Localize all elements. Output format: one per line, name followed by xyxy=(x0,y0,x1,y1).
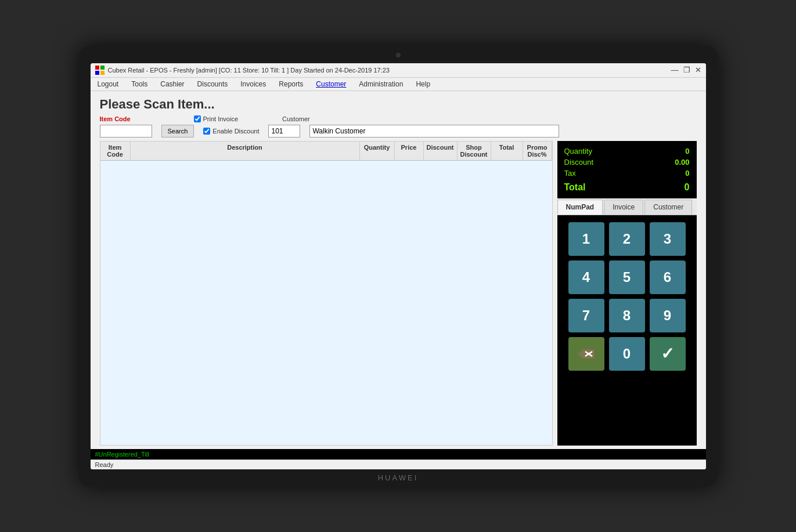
num-btn-9[interactable]: 9 xyxy=(650,299,686,332)
tablet-frame: Cubex Retail - EPOS - Freshly [admin] [C… xyxy=(79,46,718,487)
num-btn-4[interactable]: 4 xyxy=(568,260,604,294)
menu-item-help[interactable]: Help xyxy=(413,79,433,89)
title-bar-controls: — ❐ ✕ xyxy=(671,66,701,74)
minimize-button[interactable]: — xyxy=(671,66,679,74)
page-title: Please Scan Item... xyxy=(91,91,706,115)
tabs-row: NumPad Invoice Customer xyxy=(557,200,697,215)
enable-discount-checkbox[interactable] xyxy=(203,128,210,135)
menu-item-reports[interactable]: Reports xyxy=(276,79,305,89)
main-content: Please Scan Item... Item Code Print Invo… xyxy=(91,91,706,469)
col-item-code: ItemCode xyxy=(100,142,131,160)
numpad-row-2: 4 5 6 xyxy=(563,260,691,294)
print-invoice-checkbox[interactable] xyxy=(194,115,201,122)
num-btn-5[interactable]: 5 xyxy=(609,260,645,294)
status-bar-ready: Ready xyxy=(91,459,706,469)
enable-discount-label: Enable Discount xyxy=(212,128,259,135)
num-btn-8[interactable]: 8 xyxy=(609,299,645,332)
svg-rect-2 xyxy=(95,71,99,75)
svg-rect-0 xyxy=(95,66,99,70)
customer-name-input[interactable] xyxy=(309,125,559,137)
num-btn-3[interactable]: 3 xyxy=(650,222,686,256)
form-area: Item Code Print Invoice Customer Search … xyxy=(91,115,706,137)
col-price: Price xyxy=(395,142,424,160)
numpad-row-1: 1 2 3 xyxy=(563,222,691,256)
title-bar-left: Cubex Retail - EPOS - Freshly [admin] [C… xyxy=(95,66,390,75)
maximize-button[interactable]: ❐ xyxy=(683,66,690,74)
table-body xyxy=(100,161,552,445)
num-btn-1[interactable]: 1 xyxy=(568,222,604,256)
title-bar: Cubex Retail - EPOS - Freshly [admin] [C… xyxy=(91,63,706,78)
svg-rect-1 xyxy=(100,66,105,70)
menu-item-administration[interactable]: Administration xyxy=(356,79,405,89)
num-btn-2[interactable]: 2 xyxy=(609,222,645,256)
menu-item-customer[interactable]: Customer xyxy=(314,79,348,89)
summary-tax-row: Tax 0 xyxy=(564,168,690,179)
col-quantity: Quantity xyxy=(360,142,395,160)
summary-quantity-row: Quantity 0 xyxy=(564,146,690,157)
summary-discount-row: Discount 0.00 xyxy=(564,157,690,168)
menu-item-discounts[interactable]: Discounts xyxy=(195,79,230,89)
customer-id-input[interactable] xyxy=(268,125,300,137)
print-invoice-checkbox-label[interactable]: Print Invoice xyxy=(194,115,239,122)
status-bar-till: #UnRegistered_Till xyxy=(91,449,706,459)
menu-bar: LogoutToolsCashierDiscountsInvoicesRepor… xyxy=(91,78,706,91)
svg-marker-4 xyxy=(578,349,595,359)
camera-dot xyxy=(396,53,401,57)
title-bar-text: Cubex Retail - EPOS - Freshly [admin] [C… xyxy=(108,67,390,74)
brand-text: HUAWEI xyxy=(378,473,419,482)
numpad: 1 2 3 4 5 6 7 8 9 xyxy=(557,215,697,446)
right-panel: Quantity 0 Discount 0.00 Tax 0 Total xyxy=(557,141,697,446)
tablet-screen: Cubex Retail - EPOS - Freshly [admin] [C… xyxy=(91,63,706,469)
col-total: Total xyxy=(491,142,523,160)
tab-numpad[interactable]: NumPad xyxy=(557,200,603,215)
item-code-label: Item Code xyxy=(100,115,141,122)
discount-label: Discount xyxy=(564,158,594,167)
menu-item-logout[interactable]: Logout xyxy=(95,79,121,89)
num-btn-confirm[interactable]: ✓ xyxy=(650,337,686,371)
col-description: Description xyxy=(131,142,360,160)
tax-label: Tax xyxy=(564,169,576,178)
menu-item-cashier[interactable]: Cashier xyxy=(158,79,186,89)
print-invoice-label: Print Invoice xyxy=(203,115,239,122)
content-panels: ItemCode Description Quantity Price Disc… xyxy=(91,137,706,449)
total-label: Total xyxy=(564,182,586,193)
numpad-row-3: 7 8 9 xyxy=(563,299,691,332)
enable-discount-checkbox-label[interactable]: Enable Discount xyxy=(203,128,259,135)
table-panel: ItemCode Description Quantity Price Disc… xyxy=(100,141,553,446)
form-row2: Search Enable Discount xyxy=(100,125,697,137)
tax-value: 0 xyxy=(685,169,689,178)
close-button[interactable]: ✕ xyxy=(695,66,701,74)
col-shop-discount: ShopDiscount xyxy=(458,142,491,160)
app-logo xyxy=(95,66,105,75)
menu-item-invoices[interactable]: Invoices xyxy=(238,79,268,89)
num-btn-backspace[interactable] xyxy=(568,337,604,371)
num-btn-7[interactable]: 7 xyxy=(568,299,604,332)
summary-total-row: Total 0 xyxy=(564,181,690,194)
table-header: ItemCode Description Quantity Price Disc… xyxy=(100,142,552,161)
search-button[interactable]: Search xyxy=(161,125,195,137)
menu-item-tools[interactable]: Tools xyxy=(129,79,150,89)
num-btn-6[interactable]: 6 xyxy=(650,260,686,294)
numpad-row-4: 0 ✓ xyxy=(563,337,691,371)
num-btn-0[interactable]: 0 xyxy=(609,337,645,371)
col-discount: Discount xyxy=(424,142,458,160)
item-code-input[interactable] xyxy=(100,125,152,137)
svg-rect-3 xyxy=(100,71,105,75)
summary-box: Quantity 0 Discount 0.00 Tax 0 Total xyxy=(557,141,697,198)
total-value: 0 xyxy=(685,182,690,193)
form-row1: Item Code Print Invoice Customer xyxy=(100,115,697,122)
discount-value: 0.00 xyxy=(675,158,689,167)
quantity-label: Quantity xyxy=(564,147,592,155)
quantity-value: 0 xyxy=(685,147,689,155)
tab-invoice[interactable]: Invoice xyxy=(604,200,643,215)
tab-customer[interactable]: Customer xyxy=(644,200,692,215)
customer-field-label: Customer xyxy=(282,115,310,122)
col-promo-disc: PromoDisc% xyxy=(523,142,552,160)
